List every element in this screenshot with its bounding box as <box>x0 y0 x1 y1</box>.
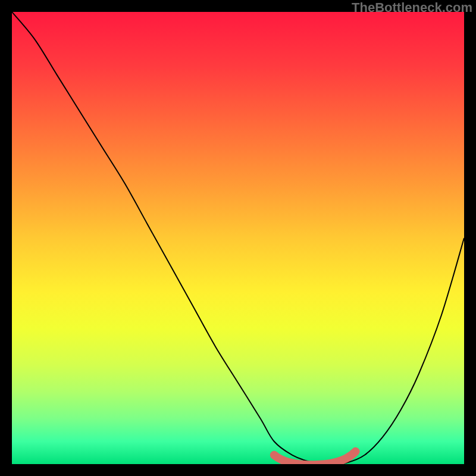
band-start-dot <box>271 452 278 459</box>
bottleneck-chart <box>12 12 464 464</box>
watermark: TheBottleneck.com <box>352 0 472 15</box>
optimal-band <box>274 452 356 464</box>
bottleneck-curve <box>12 12 464 464</box>
chart-svg <box>12 12 464 464</box>
